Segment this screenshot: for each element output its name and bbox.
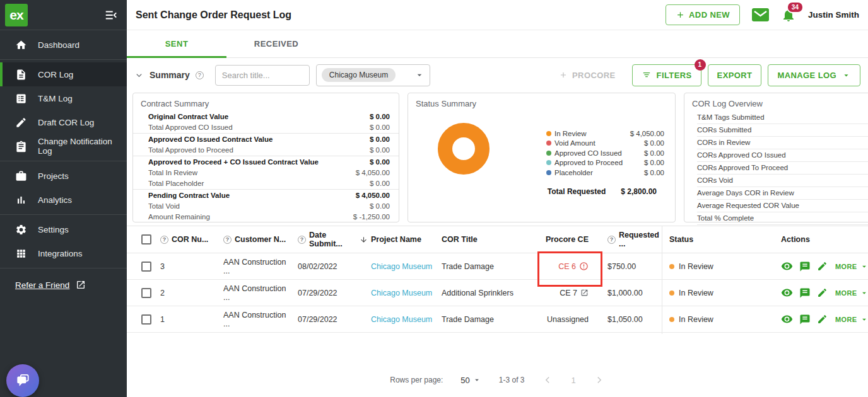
sidebar-item-integrations[interactable]: Integrations: [0, 241, 127, 265]
sort-desc-icon[interactable]: [360, 236, 368, 244]
sidebar-item-tm-log[interactable]: T&M Log: [0, 86, 127, 110]
comment-icon[interactable]: [799, 287, 811, 299]
view-icon[interactable]: [781, 313, 793, 325]
panel-title: Status Summary: [408, 93, 675, 112]
sidebar-item-cor-log[interactable]: COR Log: [0, 62, 127, 86]
cor-log-overview-panel: COR Log Overview T&M Tags Submitted CORs…: [684, 93, 868, 222]
col-header-customer[interactable]: Customer N...: [235, 235, 286, 244]
summary-collapse-toggle[interactable]: Summary ?: [134, 70, 204, 80]
procore-button-disabled[interactable]: PROCORE: [559, 71, 616, 80]
legend-dot-approved-co: [546, 151, 551, 156]
rows-per-page-select[interactable]: 50: [460, 376, 481, 385]
help-icon[interactable]: ?: [196, 71, 204, 79]
more-button[interactable]: MORE: [835, 289, 868, 297]
tab-sent[interactable]: SENT: [127, 30, 226, 57]
manage-log-label: MANAGE LOG: [777, 71, 836, 80]
col-header-actions: Actions: [781, 235, 810, 244]
app-logo: ex: [5, 4, 28, 26]
mail-icon[interactable]: [752, 8, 769, 21]
sidebar-item-label: Draft COR Log: [38, 118, 94, 127]
manage-log-button[interactable]: MANAGE LOG: [768, 64, 860, 86]
help-icon[interactable]: ?: [607, 236, 616, 244]
status-dot: [669, 264, 674, 269]
collapse-menu-icon[interactable]: [104, 8, 118, 22]
more-button[interactable]: MORE: [835, 262, 868, 271]
list-icon: [15, 93, 27, 105]
sidebar-item-dashboard[interactable]: Dashboard: [0, 33, 127, 57]
help-icon[interactable]: ?: [160, 236, 168, 244]
export-button[interactable]: EXPORT: [708, 64, 762, 86]
project-filter-chip[interactable]: Chicago Museum: [322, 68, 396, 82]
customer-cell: AAN Construction ...: [220, 311, 295, 328]
help-icon[interactable]: ?: [298, 236, 306, 244]
sidebar-item-projects[interactable]: Projects: [0, 164, 127, 188]
external-link-icon[interactable]: [76, 280, 86, 290]
sidebar-item-analytics[interactable]: Analytics: [0, 188, 127, 212]
previous-page-icon[interactable]: [542, 374, 553, 386]
edit-icon[interactable]: [817, 261, 828, 272]
sidebar-item-change-notification-log[interactable]: Change Notification Log: [0, 134, 127, 158]
col-header-status[interactable]: Status: [669, 235, 693, 244]
legend-item: Approved CO Issued$ 0.00: [546, 148, 664, 158]
view-icon[interactable]: [781, 260, 793, 272]
project-link[interactable]: Chicago Museum: [371, 262, 432, 271]
page-number: 1: [571, 376, 575, 385]
cor-number-cell: 1: [157, 315, 220, 324]
comment-icon[interactable]: [799, 261, 811, 272]
edit-icon[interactable]: [817, 287, 828, 298]
col-header-procore-ce[interactable]: Procore CE: [546, 235, 589, 244]
procore-ce-error[interactable]: CE 6: [558, 262, 589, 271]
actions-column-divider: [662, 226, 662, 334]
col-header-requested[interactable]: Requested ...: [619, 231, 662, 248]
comment-icon[interactable]: [799, 314, 811, 325]
date-cell: 08/02/2022: [295, 262, 368, 271]
project-filter-select[interactable]: Chicago Museum: [316, 64, 430, 86]
page-title: Sent Change Order Request Log: [136, 9, 666, 21]
sidebar-item-draft-cor-log[interactable]: Draft COR Log: [0, 110, 127, 134]
row-checkbox[interactable]: [141, 314, 151, 325]
filters-button[interactable]: FILTERS 1: [632, 64, 701, 86]
chat-launcher-button[interactable]: [6, 364, 39, 397]
chat-bubbles-icon: [15, 372, 31, 389]
tab-received[interactable]: RECEIVED: [226, 30, 326, 57]
procore-ce-link[interactable]: CE 7: [560, 289, 589, 297]
col-header-project[interactable]: Project Name: [371, 235, 421, 244]
next-page-icon[interactable]: [594, 374, 605, 386]
nav-group-projects: Projects Analytics: [0, 161, 127, 215]
project-link[interactable]: Chicago Museum: [371, 315, 432, 324]
search-title-input[interactable]: [215, 65, 310, 86]
requested-cell: $750.00: [599, 262, 662, 271]
legend-item: Approved to Proceed$ 0.00: [546, 158, 664, 168]
customer-cell: AAN Construction ...: [220, 258, 295, 275]
table-row: 2 AAN Construction ... 07/29/2022 Chicag…: [127, 280, 868, 306]
col-header-cor-number[interactable]: COR Nu...: [172, 235, 208, 244]
refer-a-friend-link[interactable]: Refer a Friend: [15, 280, 69, 290]
select-all-checkbox[interactable]: [141, 234, 151, 245]
legend-item: Void Amount$ 0.00: [546, 139, 664, 149]
status-badge: In Review: [679, 315, 713, 324]
edit-icon[interactable]: [817, 314, 828, 325]
sidebar-item-settings[interactable]: Settings: [0, 217, 127, 241]
notifications-bell[interactable]: 34: [781, 8, 796, 23]
view-icon[interactable]: [781, 287, 793, 299]
filter-icon: [642, 70, 652, 80]
more-button[interactable]: MORE: [835, 315, 868, 324]
status-badge: In Review: [679, 262, 713, 271]
contract-row: Approved CO Issued Contract Value$ 0.00: [133, 133, 399, 145]
project-link[interactable]: Chicago Museum: [371, 289, 432, 297]
add-new-button[interactable]: ADD NEW: [666, 4, 740, 25]
export-label: EXPORT: [717, 71, 753, 80]
tabbar: SENT RECEIVED: [127, 30, 868, 58]
sidebar-item-label: Dashboard: [38, 40, 79, 50]
sidebar-item-label: T&M Log: [38, 94, 73, 103]
col-header-title[interactable]: COR Title: [442, 235, 478, 244]
row-checkbox[interactable]: [141, 262, 151, 272]
help-icon[interactable]: ?: [223, 236, 232, 244]
user-menu[interactable]: Justin Smith: [808, 10, 859, 20]
overview-row: T&M Tags Submitted: [697, 112, 868, 124]
row-checkbox[interactable]: [141, 288, 151, 298]
requested-cell: $1,050.00: [599, 315, 662, 324]
col-header-date[interactable]: Date Submit...: [309, 231, 356, 248]
legend-dot-in-review: [546, 131, 551, 136]
bar-chart-icon: [15, 194, 27, 206]
